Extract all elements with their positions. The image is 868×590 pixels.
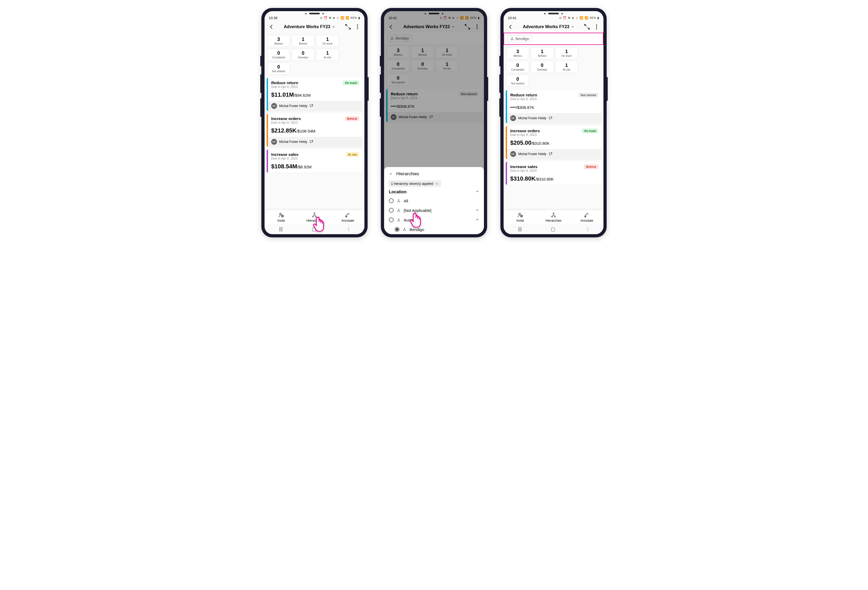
nav-back[interactable]: 〈 — [584, 226, 589, 233]
expand-button[interactable] — [584, 24, 590, 30]
tap-indicator-icon — [409, 212, 422, 227]
value-current: $310.80K — [510, 175, 536, 182]
metric-card[interactable]: Increase sales Due in Apr 9, 2023 Behind… — [506, 162, 601, 185]
tile-label: Overdue — [532, 68, 552, 71]
chat-icon[interactable] — [309, 104, 314, 108]
svg-point-0 — [357, 24, 358, 25]
metric-card[interactable]: Increase sales Due in Apr 9, 2023 At ris… — [267, 149, 362, 173]
owner-avatar: MF — [510, 115, 516, 121]
app-header: Adventure Works FY23 — [503, 21, 604, 32]
section-header[interactable]: Location — [384, 188, 484, 196]
radio-button[interactable] — [389, 198, 394, 203]
expand-icon[interactable] — [475, 218, 479, 222]
status-badge: Behind — [584, 164, 598, 169]
metrics-list[interactable]: Reduce return Due in Apr 9, 2023 On trac… — [264, 77, 365, 210]
card-title: Increase sales — [510, 164, 537, 169]
value-target: /$308.87K — [516, 105, 534, 110]
metrics-list[interactable]: Reduce return Due in Apr 9, 2023 Not sta… — [503, 89, 604, 210]
summary-tile[interactable]: 1 At risk — [316, 49, 339, 61]
hierarchy-option[interactable]: All — [384, 196, 484, 205]
svg-point-37 — [519, 213, 520, 215]
summary-tile[interactable]: 3 Metrics — [267, 35, 290, 47]
summary-tile[interactable]: 0 Overdue — [292, 49, 314, 61]
summary-tile[interactable]: 1 Behind — [292, 35, 314, 47]
toolbar-invite[interactable]: Invite — [503, 212, 537, 223]
metric-card[interactable]: Reduce return Due in Apr 9, 2023 On trac… — [267, 78, 362, 111]
sheet-header[interactable]: Hierarchies — [384, 171, 484, 179]
tap-indicator-icon — [312, 215, 326, 232]
card-value: $205.00/$310.80K — [507, 138, 601, 149]
tile-label: Completed — [508, 68, 528, 71]
chat-icon[interactable] — [549, 152, 553, 156]
tile-number: 0 — [508, 77, 528, 82]
summary-tile[interactable]: 1 On track — [555, 47, 578, 59]
back-button[interactable] — [507, 24, 514, 30]
back-button[interactable] — [268, 24, 275, 30]
chat-icon[interactable] — [309, 140, 314, 144]
more-button[interactable] — [593, 24, 600, 30]
section-label: Location — [389, 190, 407, 195]
close-icon[interactable] — [435, 182, 438, 185]
nav-home[interactable]: ▢ — [551, 226, 555, 233]
expand-icon[interactable] — [475, 208, 479, 213]
summary-tile[interactable]: 0 Completed — [267, 49, 290, 61]
value-target: /$8.92M — [297, 165, 311, 169]
expand-button[interactable] — [345, 24, 351, 30]
nav-recent[interactable]: ||| — [279, 226, 283, 233]
toolbar-annotate[interactable]: Annotate — [331, 212, 365, 223]
owner-avatar: MF — [510, 151, 516, 157]
toolbar-annotate[interactable]: Annotate — [570, 212, 604, 223]
value-current: $212.85K — [271, 127, 297, 134]
nav-back[interactable]: 〈 — [345, 226, 350, 233]
applied-slicer-chip[interactable]: 1 hierarchy slicer(s) applied — [388, 180, 441, 187]
svg-point-35 — [551, 117, 552, 118]
summary-tile[interactable]: 1 On track — [316, 35, 339, 47]
filter-chip[interactable]: Bendigo — [507, 35, 532, 42]
tile-number: 1 — [317, 50, 338, 56]
hier-icon — [537, 212, 570, 219]
summary-tile[interactable]: 0 Completed — [506, 61, 529, 73]
metric-card[interactable]: Reduce return Due in Apr 9, 2023 Not sta… — [506, 90, 601, 123]
hierarchy-icon — [510, 37, 514, 41]
metric-card[interactable]: Increase orders Due in Apr 9, 2023 On tr… — [506, 126, 601, 159]
summary-tile[interactable]: 0 Not started — [267, 62, 290, 75]
invite-icon — [264, 212, 298, 219]
status-badge: At risk — [346, 152, 359, 157]
summary-tile[interactable]: 0 Overdue — [531, 61, 554, 73]
chip-label: Bendigo — [515, 37, 529, 41]
header-title-dropdown[interactable]: Adventure Works FY23 — [278, 24, 342, 29]
nav-recent[interactable]: ||| — [518, 226, 522, 233]
tile-number: 1 — [317, 37, 338, 42]
more-button[interactable] — [354, 24, 361, 30]
filter-chip-bar: Bendigo — [503, 32, 604, 45]
summary-tile[interactable]: 1 At risk — [555, 61, 578, 73]
card-due: Due in Apr 9, 2023 — [271, 157, 298, 160]
owner-avatar: MF — [271, 139, 277, 145]
tile-number: 0 — [269, 50, 289, 56]
radio-button[interactable] — [395, 227, 400, 232]
card-due: Due in Apr 9, 2023 — [271, 121, 301, 124]
svg-point-41 — [554, 216, 556, 217]
card-value: $212.85K/$108.54M — [268, 126, 362, 137]
hierarchy-option[interactable]: Bendigo — [384, 225, 484, 234]
hierarchy-option[interactable]: Australia — [384, 215, 484, 225]
toolbar-invite[interactable]: Invite — [264, 212, 298, 223]
hierarchy-option[interactable]: [Not Applicable] — [384, 205, 484, 215]
summary-tile[interactable]: 0 Not started — [506, 75, 529, 87]
chat-icon[interactable] — [549, 116, 553, 120]
tile-label: Behind — [293, 42, 313, 45]
radio-button[interactable] — [389, 217, 394, 222]
sheet-title: Hierarchies — [396, 171, 419, 177]
card-title: Increase orders — [271, 116, 301, 121]
hierarchy-icon — [403, 227, 406, 231]
summary-tile[interactable]: 1 Behind — [531, 47, 554, 59]
radio-button[interactable] — [389, 208, 394, 213]
card-footer: MF Michal Foster Heldy — [507, 113, 601, 123]
value-target: /$94.62M — [294, 93, 311, 97]
summary-tile[interactable]: 3 Metrics — [506, 47, 529, 59]
tile-label: At risk — [557, 68, 577, 71]
svg-point-4 — [312, 140, 313, 141]
header-title-dropdown[interactable]: Adventure Works FY23 — [517, 24, 581, 29]
toolbar-hierarchies[interactable]: Hierarchies — [537, 212, 570, 223]
metric-card[interactable]: Increase orders Due in Apr 9, 2023 Behin… — [267, 114, 362, 147]
